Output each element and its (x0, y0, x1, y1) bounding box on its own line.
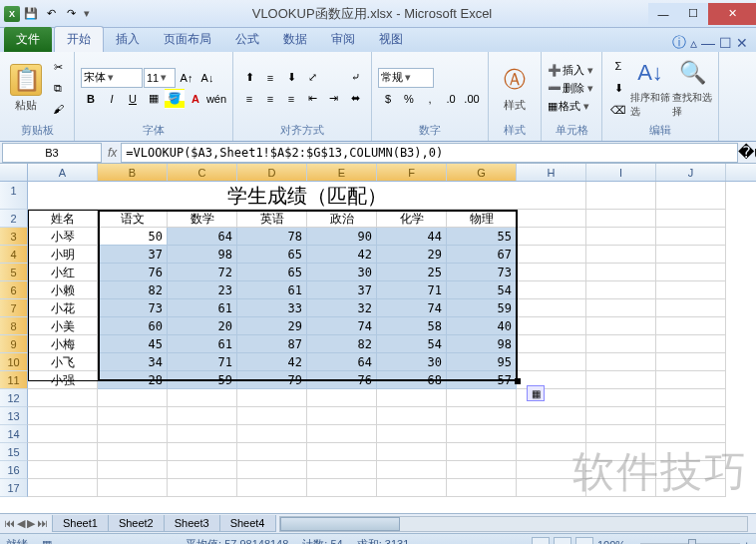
cell[interactable] (656, 389, 726, 407)
row-header-9[interactable]: 9 (0, 335, 28, 353)
orientation-icon[interactable]: ⤢ (302, 68, 322, 88)
data-cell[interactable]: 78 (237, 228, 307, 246)
cell[interactable] (237, 389, 307, 407)
tab-file[interactable]: 文件 (4, 27, 52, 52)
sheet-last-icon[interactable]: ⏭ (37, 517, 48, 530)
fill-handle[interactable] (515, 378, 521, 384)
cell[interactable] (168, 443, 237, 461)
cell[interactable] (586, 425, 656, 443)
cell[interactable] (656, 210, 726, 228)
zoom-out-icon[interactable]: − (629, 539, 635, 545)
cell[interactable] (377, 479, 447, 497)
indent-inc-icon[interactable]: ⇥ (323, 89, 343, 109)
tab-review[interactable]: 审阅 (319, 27, 367, 52)
cell[interactable] (307, 425, 377, 443)
cell[interactable] (307, 443, 377, 461)
data-cell[interactable]: 44 (377, 228, 447, 246)
name-cell[interactable]: 小强 (28, 371, 98, 389)
tab-formulas[interactable]: 公式 (223, 27, 271, 52)
cell[interactable] (586, 299, 656, 317)
data-cell[interactable]: 34 (98, 353, 168, 371)
sheet-tab-Sheet2[interactable]: Sheet2 (108, 515, 165, 532)
cell[interactable] (517, 461, 586, 479)
col-header-E[interactable]: E (307, 164, 377, 181)
data-cell[interactable]: 20 (168, 317, 237, 335)
wrap-text-icon[interactable]: ⤶ (345, 68, 365, 88)
data-cell[interactable]: 29 (237, 317, 307, 335)
data-cell[interactable]: 64 (307, 353, 377, 371)
cell[interactable] (307, 389, 377, 407)
header-name[interactable]: 姓名 (28, 210, 98, 228)
data-cell[interactable]: 82 (98, 281, 168, 299)
cell[interactable] (28, 425, 98, 443)
cell[interactable] (447, 407, 517, 425)
currency-icon[interactable]: $ (378, 89, 398, 109)
data-cell[interactable]: 30 (307, 264, 377, 281)
header-政治[interactable]: 政治 (307, 210, 377, 228)
cell[interactable] (656, 407, 726, 425)
col-header-C[interactable]: C (168, 164, 237, 181)
cell[interactable] (377, 425, 447, 443)
view-break-icon[interactable] (575, 537, 593, 545)
cell[interactable] (28, 461, 98, 479)
row-header-2[interactable]: 2 (0, 210, 28, 228)
data-cell[interactable]: 50 (98, 228, 168, 246)
data-cell[interactable]: 68 (377, 371, 447, 389)
cell[interactable] (517, 264, 586, 281)
sheet-title[interactable]: 学生成绩（匹配） (98, 182, 517, 210)
fill-icon[interactable]: ⬇ (608, 78, 628, 98)
data-cell[interactable]: 55 (447, 228, 517, 246)
cell[interactable] (98, 461, 168, 479)
format-painter-icon[interactable]: 🖌 (48, 99, 68, 119)
minimize-button[interactable]: — (648, 3, 678, 25)
cell[interactable] (168, 479, 237, 497)
data-cell[interactable]: 32 (307, 299, 377, 317)
zoom-thumb[interactable] (688, 539, 696, 545)
border-button[interactable]: ▦ (144, 89, 164, 109)
cell[interactable] (447, 461, 517, 479)
header-数学[interactable]: 数学 (168, 210, 237, 228)
grow-font-icon[interactable]: A↑ (177, 68, 196, 88)
data-cell[interactable]: 82 (307, 335, 377, 353)
data-cell[interactable]: 71 (168, 353, 237, 371)
data-cell[interactable]: 59 (447, 299, 517, 317)
name-cell[interactable]: 小赖 (28, 281, 98, 299)
header-英语[interactable]: 英语 (237, 210, 307, 228)
cell[interactable] (447, 389, 517, 407)
col-header-A[interactable]: A (28, 164, 98, 181)
data-cell[interactable]: 33 (237, 299, 307, 317)
cell[interactable] (98, 425, 168, 443)
data-cell[interactable]: 57 (447, 371, 517, 389)
tab-home[interactable]: 开始 (54, 26, 104, 52)
cell[interactable] (656, 353, 726, 371)
cell[interactable] (28, 407, 98, 425)
data-cell[interactable]: 72 (168, 264, 237, 281)
cell[interactable] (656, 371, 726, 389)
close-button[interactable]: ✕ (708, 3, 756, 25)
data-cell[interactable]: 58 (377, 317, 447, 335)
data-cell[interactable]: 65 (237, 246, 307, 264)
cell[interactable] (307, 407, 377, 425)
ribbon-restore-icon[interactable]: ☐ (719, 35, 732, 51)
cell[interactable] (447, 443, 517, 461)
row-header-7[interactable]: 7 (0, 299, 28, 317)
cell[interactable] (307, 461, 377, 479)
col-header-B[interactable]: B (98, 164, 168, 181)
cell[interactable] (656, 317, 726, 335)
cell[interactable] (586, 264, 656, 281)
cell[interactable] (656, 461, 726, 479)
cell[interactable] (98, 443, 168, 461)
cell[interactable] (517, 425, 586, 443)
cell[interactable] (517, 335, 586, 353)
data-cell[interactable]: 59 (168, 371, 237, 389)
cell[interactable] (517, 317, 586, 335)
data-cell[interactable]: 98 (168, 246, 237, 264)
cell[interactable] (656, 281, 726, 299)
inc-decimal-icon[interactable]: .0 (441, 89, 461, 109)
cell[interactable] (98, 389, 168, 407)
col-header-D[interactable]: D (237, 164, 307, 181)
data-cell[interactable]: 64 (168, 228, 237, 246)
data-cell[interactable]: 65 (237, 264, 307, 281)
cell[interactable] (98, 407, 168, 425)
insert-cells-button[interactable]: ➕插入▾ (548, 63, 595, 78)
